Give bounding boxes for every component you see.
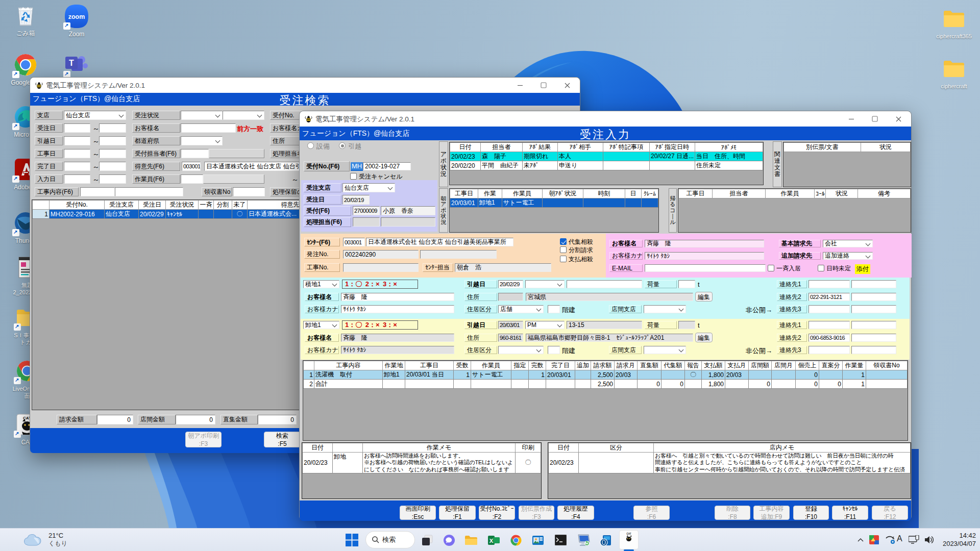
svg-text:zoom: zoom <box>68 13 85 20</box>
svg-text:X: X <box>489 538 494 544</box>
svg-text:CAT: CAT <box>627 533 631 535</box>
svg-text:T: T <box>69 59 74 67</box>
